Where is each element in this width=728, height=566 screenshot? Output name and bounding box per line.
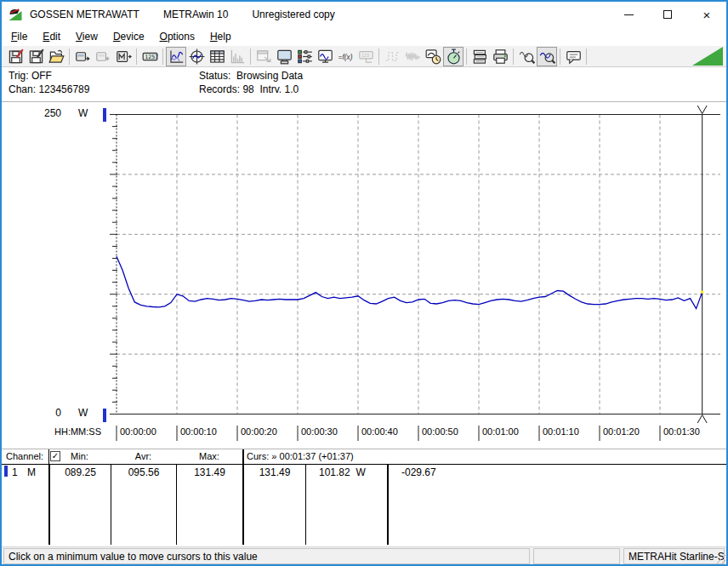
- x-tick-label: 00:01:00: [482, 426, 519, 437]
- data-table-icon[interactable]: [207, 47, 227, 66]
- open-folder-icon[interactable]: [46, 47, 66, 66]
- device-write-icon: [93, 47, 113, 66]
- svg-text:123: 123: [361, 53, 369, 58]
- save-icon[interactable]: [5, 47, 26, 66]
- col-vline: [305, 464, 306, 545]
- print-report-icon[interactable]: [469, 47, 490, 66]
- header-cursor: Curs: » 00:01:37 (+01:37): [247, 451, 354, 461]
- zoom-curve-icon[interactable]: [537, 47, 557, 66]
- x-axis-format-label: HH:MM:SS: [54, 426, 101, 437]
- cell-cursor-delta: -029.67: [401, 466, 436, 478]
- x-tick-label: 00:00:00: [120, 426, 156, 437]
- menu-device[interactable]: Device: [105, 28, 152, 45]
- cell-channel-mode: M: [27, 466, 36, 478]
- cell-min[interactable]: 089.25: [50, 466, 111, 478]
- printer-icon[interactable]: [490, 47, 510, 66]
- status-bar: Click on a minimum value to move cursors…: [2, 546, 726, 564]
- minimize-icon: [624, 14, 634, 15]
- metrawin-window: GOSSEN METRAWATT METRAwin 10 Unregistere…: [0, 0, 728, 566]
- statusbar-hint: Click on a minimum value to move cursors…: [3, 548, 530, 564]
- title-unregistered-note: Unregistered copy: [252, 9, 334, 20]
- menu-file[interactable]: File: [3, 28, 35, 45]
- menu-view[interactable]: View: [68, 28, 105, 45]
- toolbar-separator: [378, 49, 379, 65]
- display-link-icon: 123: [355, 47, 376, 66]
- records-text: Records: 98 Intrv. 1.0: [199, 83, 299, 95]
- channel-settings-icon[interactable]: [294, 47, 315, 66]
- menu-edit[interactable]: Edit: [35, 28, 68, 45]
- menu-options[interactable]: Options: [152, 28, 202, 45]
- power-line-chart[interactable]: [2, 103, 726, 449]
- x-tick-label: 00:01:10: [543, 426, 579, 437]
- statusbar-device: METRAHit Starline-Seri: [623, 548, 725, 564]
- toolbar-separator: [136, 49, 137, 65]
- noise-wave-icon: [402, 47, 423, 66]
- save-as-icon[interactable]: [26, 47, 46, 66]
- x-tick-label: 00:00:10: [180, 426, 217, 437]
- toolbar-separator: [69, 49, 70, 65]
- numeric-display-icon[interactable]: 1257: [139, 47, 160, 66]
- green-triangle-indicator: [692, 47, 723, 66]
- header-max[interactable]: Max:: [176, 451, 242, 461]
- header-channel: Channel:: [6, 451, 43, 461]
- cell-avr[interactable]: 095.56: [111, 466, 176, 478]
- x-tick-label: 00:00:40: [361, 426, 398, 437]
- formula-icon[interactable]: =f(x): [335, 47, 355, 66]
- header-avr[interactable]: Avr:: [111, 451, 176, 461]
- monitor-link-icon[interactable]: [315, 47, 335, 66]
- toolbar-separator: [466, 49, 467, 65]
- cell-cursor-value: 131.49: [244, 466, 305, 478]
- toolbar-separator: [586, 49, 587, 65]
- toolbar-separator: [162, 49, 163, 65]
- toolbar-separator: [250, 49, 251, 65]
- cell-max[interactable]: 131.49: [177, 466, 242, 478]
- channel-list: Chan: 123456789: [9, 83, 89, 95]
- title-app-name: GOSSEN METRAWATT: [30, 9, 139, 20]
- x-tick-label: 00:00:20: [241, 426, 277, 437]
- stopwatch-icon[interactable]: [443, 47, 464, 66]
- cell-channel-number[interactable]: 1: [12, 466, 18, 478]
- y-axis-max-label: 250: [27, 107, 61, 119]
- x-tick-label: 00:01:30: [663, 426, 700, 437]
- cell-cursor-reading: 101.82 W: [319, 466, 366, 478]
- status-text: Status: Browsing Data: [199, 70, 303, 82]
- chart-panel[interactable]: 250 W 0 W HH:MM:SS 00:00:0000:00:1000:00…: [2, 101, 726, 449]
- header-min[interactable]: Min:: [48, 451, 111, 461]
- x-tick-label: 00:01:20: [603, 426, 640, 437]
- app-logo-icon: [9, 8, 23, 21]
- stats-table: Channel: ✓ Min: Avr: Max: Curs: » 00:01:…: [2, 449, 726, 546]
- crosshair-chart-icon[interactable]: [186, 47, 207, 66]
- window-export-icon: [253, 47, 274, 66]
- trigger-wave-icon: [382, 47, 402, 66]
- maximize-button[interactable]: [648, 2, 687, 27]
- toolbar: 1257=f(x)123: [2, 46, 726, 67]
- device-read-icon[interactable]: [72, 47, 93, 66]
- menu-help[interactable]: Help: [202, 28, 239, 45]
- toolbar-separator: [560, 49, 560, 65]
- close-button[interactable]: ×: [687, 2, 726, 27]
- histogram-icon: [227, 47, 247, 66]
- info-panel: Trig: OFF Chan: 123456789 Status: Browsi…: [2, 67, 726, 101]
- col-vline: [387, 464, 389, 545]
- toolbar-separator: [513, 49, 514, 65]
- meter-clock-icon[interactable]: [423, 47, 443, 66]
- channel-color-marker: [4, 466, 8, 477]
- memory-read-icon[interactable]: [113, 47, 134, 66]
- header-vline: [48, 449, 49, 464]
- x-tick-label: 00:00:30: [301, 426, 338, 437]
- svg-text:1257: 1257: [145, 54, 158, 60]
- maximize-icon: [663, 10, 672, 19]
- svg-text:=f(x): =f(x): [338, 53, 352, 61]
- menu-bar: FileEditViewDeviceOptionsHelp: [2, 27, 726, 46]
- curve-chart-icon[interactable]: [166, 47, 186, 66]
- title-product-name: METRAwin 10: [163, 9, 228, 20]
- annotation-icon[interactable]: [563, 47, 583, 66]
- zoom-previous-icon[interactable]: [516, 47, 537, 66]
- statusbar-middle: [533, 548, 620, 564]
- monitor-save-icon[interactable]: [274, 47, 294, 66]
- minimize-button[interactable]: [609, 2, 648, 27]
- y-axis-unit-bottom: W: [78, 407, 88, 419]
- trigger-status: Trig: OFF: [9, 70, 52, 82]
- y-axis-unit-top: W: [78, 107, 88, 119]
- x-tick-label: 00:00:50: [422, 426, 458, 437]
